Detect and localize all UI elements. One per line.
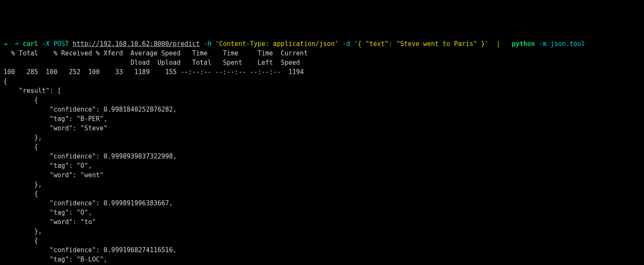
prompt-cwd: ~ — [15, 40, 19, 48]
curl-url: http://192.168.10.62:8000/predict — [73, 40, 200, 48]
curl-header-arg: 'Content-Type: application/json' — [215, 40, 339, 48]
json-output-line: }, — [3, 180, 641, 189]
json-output-line: "confidence": 0.9998939037322998, — [3, 152, 641, 161]
curl-opt-header-flag: -H — [204, 40, 212, 48]
json-output-line: "word": "went" — [3, 170, 641, 180]
curl-data-arg: '{ "text": "Steve went to Paris" }' — [354, 40, 489, 48]
curl-command: curl — [23, 40, 38, 48]
json-output-line: }, — [3, 133, 641, 142]
json-output-line: { — [3, 142, 641, 152]
json-output-line: { — [3, 236, 641, 245]
curl-opt-method: -X POST — [42, 40, 69, 48]
pipe-symbol: | — [496, 40, 500, 48]
json-output-line: { — [3, 95, 641, 105]
json-output-line: "confidence": 0.999891996383667, — [3, 199, 641, 208]
curl-progress-stats: 100 285 100 252 100 33 1189 155 --:--:--… — [3, 67, 641, 77]
json-output-line: "result": [ — [3, 86, 641, 95]
python-command: python — [512, 40, 535, 48]
json-output-line: "confidence": 0.9981840252876282, — [3, 105, 641, 114]
json-output-line: "tag": "B-LOC", — [3, 255, 641, 264]
prompt-arrow-icon: → — [3, 40, 7, 48]
prompt-line[interactable]: → ~ curl -X POST http://192.168.10.62:80… — [3, 39, 641, 49]
json-output-line: "word": "to" — [3, 217, 641, 227]
json-output-line: "confidence": 0.9991968274116516, — [3, 245, 641, 255]
curl-progress-header-2: Dload Upload Total Spent Left Speed — [3, 58, 641, 67]
json-output-line: }, — [3, 227, 641, 236]
json-output-line: { — [3, 77, 641, 86]
curl-progress-header-1: % Total % Received % Xferd Average Speed… — [3, 49, 641, 58]
terminal-output[interactable]: → ~ curl -X POST http://192.168.10.62:80… — [3, 39, 641, 265]
json-output-line: { — [3, 189, 641, 199]
json-output-line: "tag": "O", — [3, 208, 641, 217]
json-output-line: "word": "Steve" — [3, 124, 641, 133]
curl-opt-data-flag: -d — [342, 40, 350, 48]
json-output-line: "tag": "B-PER", — [3, 114, 641, 124]
json-output-line: "tag": "O", — [3, 161, 641, 170]
python-opts: -m json.tool — [539, 40, 585, 48]
